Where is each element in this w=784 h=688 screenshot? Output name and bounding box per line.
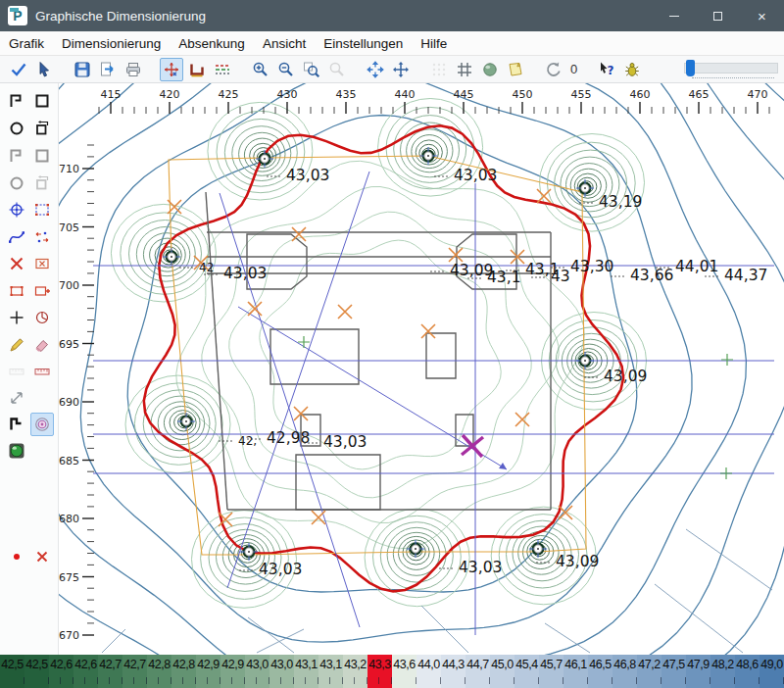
palette-circle-shape-button[interactable] <box>5 117 28 140</box>
zoom-window-button[interactable] <box>300 58 323 81</box>
palette-ruler-red-button[interactable] <box>30 360 54 383</box>
palette-spline-button[interactable] <box>5 225 28 249</box>
slider-handle[interactable] <box>686 60 695 76</box>
colorbar-cell: 42,8 <box>147 655 172 674</box>
colorbar-cell: 44,0 <box>416 655 441 674</box>
colorbar-cell: 45,4 <box>514 655 539 674</box>
notes-button[interactable] <box>504 58 527 81</box>
slider-track[interactable] <box>684 63 778 74</box>
measure-point-marker[interactable] <box>537 189 551 203</box>
minimize-button[interactable] <box>652 0 696 31</box>
export-icon <box>99 61 117 78</box>
zoom-previous-button[interactable] <box>325 58 349 81</box>
contour-settings-button[interactable] <box>211 58 234 81</box>
zoom-in-button[interactable] <box>249 58 272 81</box>
scale-leader-line <box>257 629 304 653</box>
color-scale-gradient <box>0 674 784 688</box>
palette-rotate-rect-button[interactable] <box>30 117 54 140</box>
plot-canvas[interactable]: 43,0343,0343,1943,0342,9843,0943,0343,03… <box>59 83 784 655</box>
well-field-boundary <box>169 156 586 555</box>
well-center-dot <box>415 548 416 550</box>
profile-button[interactable] <box>185 58 209 81</box>
colorbar-cell-highlighted: 43,3 <box>368 655 392 674</box>
svg-text:?: ? <box>608 63 614 76</box>
palette-sphere-green-button[interactable] <box>5 439 28 463</box>
scale-leader-line <box>655 584 743 653</box>
select-cursor-button[interactable] <box>32 58 56 81</box>
grid-lines-button[interactable] <box>453 58 476 81</box>
zoom-extents-button[interactable] <box>364 58 387 81</box>
measure-point-marker[interactable] <box>515 413 529 426</box>
menu-item-absenkung[interactable]: Absenkung <box>170 33 254 54</box>
reference-point-marker[interactable] <box>721 354 733 366</box>
render-sphere-button[interactable] <box>478 58 502 81</box>
menu-bar: GrafikDimensionierungAbsenkungAnsichtEin… <box>0 31 784 56</box>
export-button[interactable] <box>96 58 120 81</box>
palette-delete-x-button[interactable] <box>5 252 28 275</box>
palette-arc-segment-button[interactable] <box>30 306 54 329</box>
well-marker[interactable] <box>407 540 424 558</box>
measure-point-marker[interactable] <box>559 506 572 519</box>
undo-button[interactable] <box>542 58 565 81</box>
palette-corner-poly-button[interactable] <box>5 144 28 168</box>
zoom-out-button[interactable] <box>274 58 298 81</box>
minimize-icon <box>669 16 679 17</box>
close-button[interactable]: × <box>740 0 784 31</box>
measure-point-marker[interactable] <box>449 248 463 262</box>
palette-point-dot-button[interactable] <box>5 545 28 568</box>
move-point-button[interactable] <box>160 58 183 81</box>
print-button[interactable] <box>122 58 145 81</box>
palette-crosshair-button[interactable] <box>5 306 28 329</box>
save-button[interactable] <box>71 58 94 81</box>
move-point-icon <box>163 61 180 78</box>
palette-point-x-button[interactable] <box>30 545 54 568</box>
palette-contour-display-button[interactable] <box>30 413 54 436</box>
debug-bug-button[interactable] <box>620 58 644 81</box>
confirm-check-button[interactable] <box>7 58 30 81</box>
maximize-button[interactable] <box>696 0 740 31</box>
menu-item-einstellungen[interactable]: Einstellungen <box>315 33 412 54</box>
measure-point-marker[interactable] <box>421 324 435 338</box>
pan-button[interactable] <box>389 58 413 81</box>
measure-point-marker[interactable] <box>312 511 325 524</box>
context-help-button[interactable]: ? <box>595 58 618 81</box>
well-marker[interactable] <box>419 147 437 165</box>
palette-rect-shape-button[interactable] <box>30 89 54 113</box>
menu-item-ansicht[interactable]: Ansicht <box>254 33 315 54</box>
well-marker[interactable] <box>163 248 180 266</box>
palette-circle-shape-button[interactable] <box>5 172 28 195</box>
palette-rotate-rect-button[interactable] <box>30 172 54 195</box>
zoom-extents-icon <box>367 61 384 78</box>
palette-selection-handles-button[interactable] <box>30 198 54 221</box>
reference-point-marker[interactable] <box>720 467 732 479</box>
well-center-dot <box>171 256 172 258</box>
palette-target-button[interactable] <box>5 198 28 221</box>
x-tick-label: 440 <box>395 88 416 101</box>
measure-point-marker[interactable] <box>292 227 306 241</box>
palette-rect-x-button[interactable] <box>30 252 54 275</box>
palette-corner-poly-button[interactable] <box>5 89 28 113</box>
well-drawdown-label: 43,09 <box>556 553 599 570</box>
menu-item-hilfe[interactable]: Hilfe <box>412 33 456 54</box>
palette-align-points-button[interactable] <box>30 225 54 249</box>
palette-eraser-button[interactable] <box>30 333 54 357</box>
menu-item-dimensionierung[interactable]: Dimensionierung <box>53 33 170 54</box>
palette-rect-shape-button[interactable] <box>30 144 54 168</box>
palette-rect-add-button[interactable] <box>30 279 54 303</box>
grid-dots-button[interactable] <box>427 58 451 81</box>
circle-shape-icon <box>8 174 25 192</box>
colorbar-cell: 42,9 <box>220 655 245 674</box>
measure-point-marker[interactable] <box>338 305 352 319</box>
rect-handles-icon <box>8 282 25 300</box>
palette-resize-arrow-button[interactable] <box>5 386 28 410</box>
colorbar-cell: 42,6 <box>49 655 74 674</box>
zoom-slider[interactable] <box>684 58 782 81</box>
colorbar-cell: 43,1 <box>318 655 343 674</box>
well-marker[interactable] <box>177 413 195 430</box>
palette-pencil-button[interactable] <box>5 333 28 357</box>
palette-corner-thick-button[interactable] <box>5 413 28 436</box>
reference-point-marker[interactable] <box>298 336 310 348</box>
palette-ruler-button[interactable] <box>5 360 28 383</box>
palette-rect-handles-button[interactable] <box>5 279 28 303</box>
menu-item-grafik[interactable]: Grafik <box>0 33 53 54</box>
